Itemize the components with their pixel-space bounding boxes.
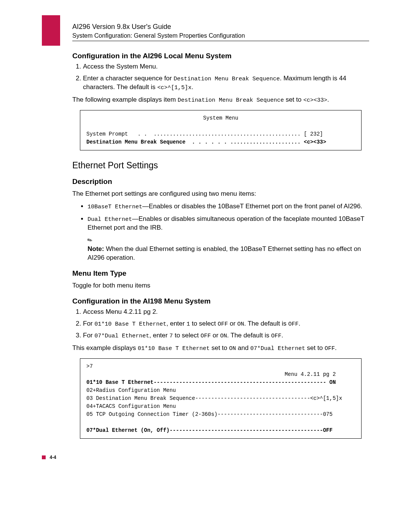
text: . The default is: [227, 332, 271, 339]
code-span: OFF: [201, 333, 211, 339]
doc-subtitle: System Configuration: General System Pro…: [72, 32, 369, 39]
terminal-line: 07*Dual Ethernet (On, Off)--------------…: [86, 427, 333, 433]
note-text: When the dual Ethernet setting is enable…: [88, 245, 361, 261]
text: —Enables or disables the 10BaseT Etherne…: [142, 203, 362, 210]
text: .: [299, 320, 301, 327]
terminal-line: Menu 4.2.11 pg 2: [86, 371, 336, 377]
code-span: OFF: [288, 321, 298, 328]
code-span: 01*10 Base T Ethernet: [94, 321, 166, 328]
text: to select: [190, 320, 218, 327]
heading-ethernet-port-settings: Ethernet Port Settings: [72, 160, 369, 171]
text: .: [335, 344, 337, 351]
page-number: 4-4: [49, 455, 56, 460]
code-span: OFF: [325, 345, 335, 352]
note-label: Note:: [88, 245, 104, 252]
code-span: OFF: [218, 321, 228, 328]
code-span: ON: [237, 321, 244, 328]
code-span: <c><33>: [303, 97, 327, 104]
text: The following example displays item: [72, 96, 178, 103]
list-item: Dual Ethernet—Enables or disables simult…: [88, 215, 369, 232]
text: , enter: [149, 332, 169, 339]
text: or: [211, 332, 220, 339]
code-span: 10BaseT Ethernet: [88, 204, 142, 210]
terminal-line: 01*10 Base T Ethernet-------------------…: [86, 379, 336, 385]
heading-config-ai198: Configuration in the AI198 Menu System: [72, 297, 369, 305]
code-span: Destination Menu Break Sequence: [174, 76, 280, 82]
text: , enter: [166, 320, 186, 327]
text: For: [83, 320, 94, 327]
brand-square: [42, 15, 60, 46]
text: set to: [305, 344, 325, 351]
text: .: [327, 96, 329, 103]
code-span: <c>^[1,5]x: [157, 85, 191, 91]
paragraph: Toggle for both menu items: [72, 281, 369, 290]
text: For: [83, 332, 94, 339]
list-item: Access Menu 4.2.11 pg 2.: [83, 308, 369, 316]
page-header: AI296 Version 9.8x User's Guide System C…: [72, 23, 369, 41]
terminal-line: 02+Radius Configuration Menu: [86, 387, 176, 393]
text: . The default is: [244, 320, 288, 327]
text: This example displays: [72, 344, 138, 351]
list-item: Access the System Menu.: [83, 62, 369, 71]
doc-title: AI296 Version 9.8x User's Guide: [72, 23, 369, 31]
steps-ai198: Access Menu 4.2.11 pg 2. For 01*10 Base …: [72, 308, 369, 340]
code-span: 07*Dual Ethernet: [250, 345, 305, 352]
terminal-output-menu-4211: >7 Menu 4.2.11 pg 2 01*10 Base T Etherne…: [80, 358, 362, 439]
steps-ai296: Access the System Menu. Enter a characte…: [72, 62, 369, 92]
page-footer: 4-4: [42, 454, 369, 461]
code-span: Destination Menu Break Sequence: [178, 97, 284, 104]
code-span: ON: [220, 333, 227, 339]
terminal-line: 04+TACACS Configuration Menu: [86, 403, 176, 409]
text: set to: [210, 344, 229, 351]
code-span: Dual Ethernet: [88, 216, 132, 223]
footer-square-icon: [42, 455, 46, 459]
heading-description: Description: [72, 177, 369, 186]
text: set to: [284, 96, 303, 103]
code-span: 1: [186, 321, 190, 328]
terminal-output-system-menu: System Menu System Prompt . . ..........…: [80, 110, 362, 150]
text: .: [191, 83, 193, 91]
list-item: For 01*10 Base T Ethernet, enter 1 to se…: [83, 320, 369, 328]
list-item: Enter a character sequence for Destinati…: [83, 74, 369, 92]
paragraph: The Ethernet port settings are configure…: [72, 190, 369, 198]
terminal-line: >7: [86, 363, 93, 369]
text: .: [282, 332, 284, 339]
terminal-line: System Prompt . . ......................…: [86, 131, 323, 137]
code-span: 7: [169, 333, 173, 339]
bullet-list: 10BaseT Ethernet—Enables or disables the…: [72, 202, 369, 232]
heading-config-ai296: Configuration in the AI296 Local Menu Sy…: [72, 52, 369, 60]
paragraph: The following example displays item Dest…: [72, 96, 369, 104]
list-item: 10BaseT Ethernet—Enables or disables the…: [88, 202, 369, 211]
terminal-line: 03 Destination Menu Break Sequence------…: [86, 395, 342, 401]
terminal-line: 05 TCP Outgoing Connection Timer (2-360s…: [86, 411, 333, 417]
heading-menu-item-type: Menu Item Type: [72, 269, 369, 278]
text: or: [228, 320, 237, 327]
code-span: 07*Dual Ethernet: [94, 333, 149, 339]
text: and: [236, 344, 250, 351]
paragraph: This example displays 01*10 Base T Ether…: [72, 344, 369, 353]
code-span: ON: [229, 345, 236, 352]
terminal-line: Destination Menu Break Sequence . . . . …: [86, 139, 326, 145]
pencil-icon: ✎: [86, 235, 94, 245]
code-span: OFF: [271, 333, 281, 339]
note-block: ✎ Note: When the dual Ethernet setting i…: [88, 236, 369, 262]
list-item: For 07*Dual Ethernet, enter 7 to select …: [83, 331, 369, 340]
text: to select: [173, 332, 201, 339]
text: Enter a character sequence for: [83, 75, 174, 82]
terminal-title: System Menu: [86, 114, 355, 122]
code-span: 01*10 Base T Ethernet: [138, 345, 210, 352]
